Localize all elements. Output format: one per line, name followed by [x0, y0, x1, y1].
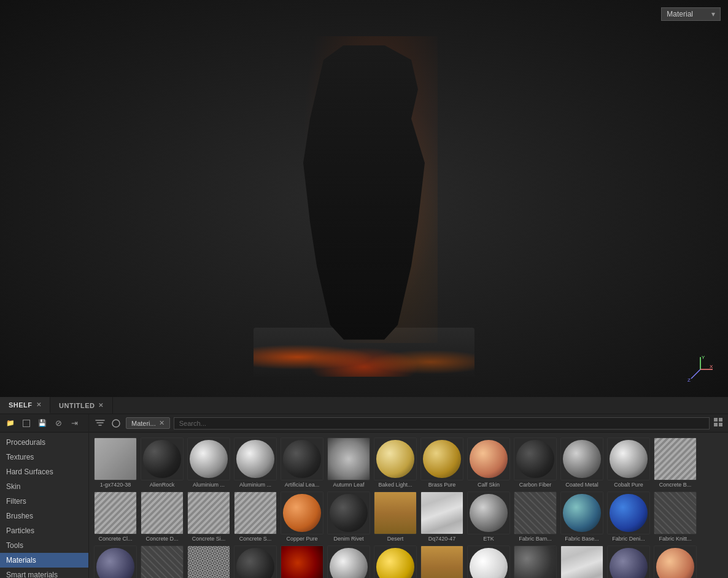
material-item-etk[interactable]: ETK: [467, 491, 510, 542]
material-item-dq7420-47[interactable]: Dq7420-47: [420, 491, 463, 542]
material-item-carbon-fiber[interactable]: Carbon Fiber: [514, 437, 557, 488]
export-button[interactable]: ⇥: [68, 417, 81, 430]
material-item-mat-row2-7[interactable]: [467, 545, 510, 578]
sidebar-item-hard-surfaces[interactable]: Hard Surfaces: [0, 464, 88, 479]
svg-text:Z: Z: [687, 377, 691, 383]
material-item-mat-row2-1[interactable]: [187, 545, 230, 578]
material-item-concrete-si2[interactable]: Concrete S...: [234, 491, 277, 542]
remove-filter-icon[interactable]: ✕: [159, 419, 165, 427]
tab-bar: SHELF ✕ UNTITLED ✕: [0, 397, 728, 414]
material-item-fabric-base[interactable]: Fabric Base...: [560, 491, 603, 542]
options-icon[interactable]: [110, 417, 122, 430]
material-label-concrete-b: Concrete B...: [654, 482, 697, 488]
filter-icon[interactable]: [94, 417, 106, 430]
material-item-calf-skin[interactable]: Calf Skin: [467, 437, 510, 488]
material-item-1gx7420-38[interactable]: 1-gx7420-38: [94, 437, 137, 488]
material-item-desert[interactable]: Desert: [374, 491, 417, 542]
material-item-brass-pure[interactable]: Brass Pure: [420, 437, 463, 488]
material-item-cobalt-pure[interactable]: Cobalt Pure: [607, 437, 650, 488]
active-filter-tag[interactable]: Materi... ✕: [126, 417, 170, 429]
material-item-coated-metal[interactable]: Coated Metal: [560, 437, 603, 488]
material-item-fabric-deni[interactable]: Fabric Deni...: [607, 491, 650, 542]
svg-rect-9: [714, 423, 718, 426]
material-label-concrete-cl: Concrete Cl...: [94, 536, 137, 542]
material-label-fabric-knitt: Fabric Knitt...: [654, 536, 697, 542]
material-item-concrete-si1[interactable]: Concrete Si...: [187, 491, 230, 542]
sidebar-item-textures[interactable]: Textures: [0, 450, 88, 464]
material-item-artificial-lea[interactable]: Artificial Lea...: [281, 437, 323, 488]
material-item-concrete-d[interactable]: Concrete D...: [141, 491, 184, 542]
sidebar-item-smart-materials[interactable]: Smart materials: [0, 568, 88, 578]
main-content: Materi... ✕ 1-gx7420-38AlienRockAluminiu…: [89, 414, 728, 578]
material-item-aluminium1[interactable]: Aluminium ...: [187, 437, 230, 488]
material-item-copper-pure[interactable]: Copper Pure: [281, 491, 323, 542]
material-item-fabric-bam[interactable]: Fabric Bam...: [514, 491, 557, 542]
material-dropdown-label: Material: [667, 10, 693, 18]
svg-rect-8: [719, 418, 722, 422]
sidebar-item-materials[interactable]: Materials: [0, 553, 88, 568]
sidebar-item-tools[interactable]: Tools: [0, 538, 88, 553]
link-button[interactable]: ⊘: [52, 417, 65, 430]
material-label-concrete-si1: Concrete Si...: [187, 536, 230, 542]
bottom-panel: SHELF ✕ UNTITLED ✕ 📁 💾 ⊘: [0, 397, 728, 578]
sidebar-item-brushes[interactable]: Brushes: [0, 509, 88, 523]
sidebar-toolbar: 📁 💾 ⊘ ⇥: [0, 414, 88, 433]
save-button[interactable]: 💾: [36, 417, 49, 430]
search-input[interactable]: [174, 417, 710, 430]
material-label-fabric-deni: Fabric Deni...: [607, 536, 650, 542]
material-item-mat-row2-3[interactable]: [281, 545, 323, 578]
grid-view-button[interactable]: [713, 417, 723, 429]
material-item-autumn-leaf[interactable]: Autumn Leaf: [327, 437, 370, 488]
material-label-carbon-fiber: Carbon Fiber: [514, 482, 557, 488]
material-item-mat-row2-11[interactable]: [654, 545, 697, 578]
axes-svg: Y X Z: [685, 354, 716, 385]
tab-shelf[interactable]: SHELF ✕: [0, 397, 50, 414]
tab-untitled[interactable]: UNTITLED ✕: [50, 397, 113, 414]
material-item-mat-row2-10[interactable]: [607, 545, 650, 578]
sidebar-item-filters[interactable]: Filters: [0, 494, 88, 509]
panel-content: 📁 💾 ⊘ ⇥ Procedurals: [0, 414, 728, 578]
material-label-cobalt-pure: Cobalt Pure: [607, 482, 650, 488]
material-label-calf-skin: Calf Skin: [467, 482, 510, 488]
material-label-dq7420-47: Dq7420-47: [420, 536, 463, 542]
material-item-alienrock[interactable]: AlienRock: [141, 437, 184, 488]
material-item-mat-row2-2[interactable]: [234, 545, 277, 578]
tab-shelf-close[interactable]: ✕: [36, 401, 42, 408]
export-icon: ⇥: [71, 418, 78, 428]
material-label-artificial-lea: Artificial Lea...: [281, 482, 323, 488]
material-item-denim-rivet[interactable]: Denim Rivet: [327, 491, 370, 542]
material-item-fabric-rou2[interactable]: Fabric Rou...: [141, 545, 184, 578]
sidebar-item-skin[interactable]: Skin: [0, 479, 88, 494]
material-label-desert: Desert: [374, 536, 417, 542]
material-label-aluminium1: Aluminium ...: [187, 482, 230, 488]
sidebar-item-particles[interactable]: Particles: [0, 523, 88, 538]
material-item-mat-row2-9[interactable]: [560, 545, 603, 578]
link-icon: ⊘: [55, 418, 62, 428]
material-label-concrete-d: Concrete D...: [141, 536, 184, 542]
new-button[interactable]: [20, 417, 33, 430]
material-label-fabric-bam: Fabric Bam...: [514, 536, 557, 542]
character-model: [204, 21, 524, 377]
material-item-concrete-b[interactable]: Concrete B...: [654, 437, 697, 488]
material-item-mat-row2-4[interactable]: [327, 545, 370, 578]
svg-point-6: [112, 420, 120, 427]
material-dropdown[interactable]: Material: [661, 7, 721, 21]
tab-untitled-label: UNTITLED: [59, 402, 95, 409]
svg-line-4: [691, 369, 700, 379]
material-item-baked-light[interactable]: Baked Light...: [374, 437, 417, 488]
folder-button[interactable]: 📁: [4, 417, 17, 430]
material-item-aluminium2[interactable]: Aluminium ...: [234, 437, 277, 488]
character-body: [296, 45, 432, 340]
material-item-mat-row2-8[interactable]: [514, 545, 557, 578]
material-item-fabric-knitt[interactable]: Fabric Knitt...: [654, 491, 697, 542]
material-item-fabric-rough[interactable]: Fabric Rough: [94, 545, 137, 578]
svg-text:X: X: [710, 364, 713, 369]
tab-untitled-close[interactable]: ✕: [98, 402, 104, 409]
tab-shelf-label: SHELF: [9, 401, 33, 409]
active-filter-label: Materi...: [131, 420, 156, 427]
sidebar-item-procedurals[interactable]: Procedurals: [0, 435, 88, 450]
material-item-mat-row2-6[interactable]: [420, 545, 463, 578]
material-item-concrete-cl[interactable]: Concrete Cl...: [94, 491, 137, 542]
svg-rect-10: [719, 423, 722, 426]
material-item-mat-row2-5[interactable]: [374, 545, 417, 578]
